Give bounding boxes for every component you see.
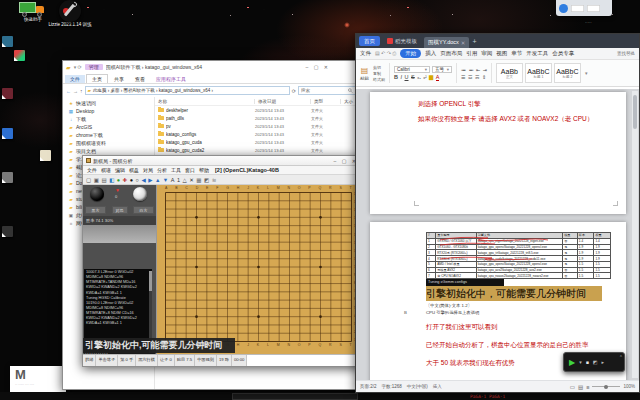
file-row[interactable]: deskhelper2023/1/14 13:43文件夹 bbox=[155, 106, 359, 114]
desktop-icon-truck[interactable]: 快递助手 bbox=[14, 0, 52, 22]
doc-tab-active[interactable]: 围棋YY.docx ✕ bbox=[424, 37, 469, 48]
desktop-shortcut-icon[interactable] bbox=[2, 128, 13, 139]
save-icon[interactable]: ▤ bbox=[101, 177, 106, 183]
file-row[interactable]: path_dlls2023/1/14 13:43文件夹 bbox=[155, 114, 359, 122]
up-icon[interactable]: ▲ bbox=[155, 177, 160, 183]
align-right-icon[interactable]: ☴ bbox=[475, 74, 479, 80]
go-menu-item[interactable]: 文件 bbox=[87, 167, 97, 173]
capture-button[interactable]: ◩ bbox=[593, 359, 598, 365]
scrollbar-thumb[interactable] bbox=[149, 271, 152, 291]
ribbon-tab[interactable]: 文件 bbox=[65, 75, 85, 83]
file-row[interactable]: katago_gpu_cuda2023/1/14 13:43文件夹 bbox=[155, 138, 359, 146]
back-icon[interactable]: ← bbox=[66, 88, 71, 94]
superscript-button[interactable]: x² bbox=[423, 75, 426, 80]
cross-mark-icon[interactable]: ✕ bbox=[189, 177, 194, 183]
go-menu-item[interactable]: 对局 bbox=[143, 167, 153, 173]
goban-grid[interactable] bbox=[165, 192, 352, 342]
gallery-more-icon[interactable]: ▾ bbox=[585, 70, 588, 76]
up-icon[interactable]: ↑ bbox=[80, 88, 83, 94]
file-menu[interactable]: 文件 bbox=[360, 50, 371, 57]
collapse-chevron[interactable]: ˄ bbox=[620, 353, 622, 358]
manage-contextual-tab[interactable]: 管理 bbox=[85, 64, 103, 70]
quick-icons[interactable]: ▤ ↶ ↷ ⎙ bbox=[375, 50, 396, 57]
menu-tab[interactable]: 会员专享 bbox=[552, 50, 574, 57]
strikethrough-button[interactable]: S bbox=[411, 74, 415, 80]
line-spacing-icon[interactable]: ⇕ bbox=[482, 74, 486, 80]
popup-button[interactable] bbox=[587, 5, 600, 12]
label-letter-icon[interactable]: A bbox=[171, 177, 175, 183]
doc-page-1[interactable]: 则选择 OPENCL 引擎 如果你没有独立显卡 请选择 AVX2 或者 NOAV… bbox=[370, 92, 626, 214]
down-icon[interactable]: ▼ bbox=[163, 177, 168, 183]
territory-icon[interactable]: ◩ bbox=[204, 177, 209, 183]
menu-tab[interactable]: 审阅 bbox=[481, 50, 492, 57]
menu-tab-active[interactable]: 开始 bbox=[400, 49, 421, 58]
explorer-nav-item[interactable]: ▰ArcGIS bbox=[63, 123, 154, 131]
board-icon[interactable]: ◧ bbox=[109, 177, 114, 183]
language-indicator[interactable]: 中文(中国) bbox=[407, 384, 428, 389]
explorer-nav-item[interactable]: ▰围棋棋谱资料 bbox=[63, 139, 154, 147]
file-row[interactable]: pv2023/1/14 13:43文件夹 bbox=[155, 122, 359, 130]
view-read-icon[interactable]: ▭ bbox=[570, 384, 575, 390]
style-option[interactable]: AaBb正文 bbox=[496, 63, 523, 83]
italic-button[interactable]: I bbox=[400, 74, 402, 80]
view-web-icon[interactable]: ≡ bbox=[586, 384, 589, 390]
menu-tab[interactable]: 页面布局 bbox=[440, 50, 462, 57]
go-menu-item[interactable]: 窗口 bbox=[185, 167, 195, 173]
align-left-icon[interactable]: ☰ bbox=[461, 74, 465, 80]
font-name-select[interactable]: Calibri▾ bbox=[394, 66, 430, 73]
ribbon-tab[interactable]: 查看 bbox=[130, 75, 150, 83]
menu-tab[interactable]: 引用 bbox=[466, 50, 477, 57]
menu-tab[interactable]: 视图 bbox=[496, 50, 507, 57]
desktop-shortcut-icon[interactable] bbox=[14, 50, 25, 61]
clipboard-small-group[interactable]: 剪切复制格式刷 bbox=[373, 65, 385, 82]
back-icon[interactable]: ◀ bbox=[141, 177, 145, 183]
new-tab-button[interactable]: + bbox=[472, 38, 476, 45]
go-menu-item[interactable]: 工具 bbox=[171, 167, 181, 173]
style-option[interactable]: AaBbC标题 2 bbox=[554, 63, 581, 83]
breadcrumb[interactable]: ▰ 此电脑 › 桌面 › 围棋AI软件下载 › katago_gui_windo… bbox=[85, 86, 290, 95]
desktop-icon-go-ai[interactable]: Lizzie 2023.1.14 训练 bbox=[48, 0, 92, 27]
underline-button[interactable]: U bbox=[405, 74, 409, 80]
bold-button[interactable]: B bbox=[394, 74, 398, 80]
go-menu-item[interactable]: 棋盘 bbox=[129, 167, 139, 173]
analysis-icon[interactable]: ≋ bbox=[212, 177, 217, 183]
desktop-shortcut-icon[interactable] bbox=[2, 172, 13, 183]
menu-tab[interactable]: 插入 bbox=[425, 50, 436, 57]
wps-home-button[interactable]: 首页 bbox=[359, 36, 380, 46]
file-row[interactable]: katago_gpu_cuda22023/1/14 13:43文件夹 bbox=[155, 146, 359, 154]
new-icon[interactable]: ▢ bbox=[86, 177, 91, 183]
explorer-nav-item[interactable]: ↓下载 bbox=[63, 115, 154, 123]
start-icon[interactable]: ● bbox=[117, 177, 120, 183]
desktop-shortcut-icon[interactable] bbox=[2, 226, 13, 237]
ribbon-tab[interactable]: 主页 bbox=[86, 74, 108, 83]
topright-popup[interactable] bbox=[556, 0, 612, 16]
explorer-nav-item[interactable]: ▦Desktop bbox=[63, 107, 154, 115]
go-board[interactable]: ABCDEFGHJKLMNOPQRST ABCDEFGHJKLMNOPQRST … bbox=[156, 185, 363, 354]
next-button[interactable]: ▸ bbox=[601, 359, 604, 365]
menu-tab[interactable]: 章节 bbox=[511, 50, 522, 57]
highlight-button[interactable]: ▆ bbox=[429, 74, 433, 80]
desktop-shortcut-icon[interactable] bbox=[2, 88, 13, 99]
forward-icon[interactable]: → bbox=[73, 88, 78, 94]
subscript-button[interactable]: x₂ bbox=[417, 75, 421, 80]
doc-scrollbar[interactable] bbox=[632, 91, 638, 378]
go-menu-item[interactable]: 棋谱 bbox=[101, 167, 111, 173]
desktop-shortcut-icon[interactable] bbox=[40, 150, 51, 161]
dropdown-caret[interactable]: ▾ bbox=[579, 359, 582, 365]
indent-icon[interactable]: ⇥ bbox=[483, 67, 487, 73]
doc-tab[interactable]: 稻壳模板 bbox=[383, 36, 421, 47]
search-box[interactable] bbox=[298, 86, 356, 95]
scrollbar-thumb[interactable] bbox=[633, 95, 637, 129]
paste-group[interactable]: ▤ 粘贴 bbox=[360, 66, 369, 81]
triangle-mark-icon[interactable]: △ bbox=[183, 177, 187, 183]
go-menu-item[interactable]: 帮助 bbox=[199, 167, 209, 173]
forward-icon[interactable]: ▶ bbox=[148, 177, 152, 183]
font-color-button[interactable]: A bbox=[436, 74, 440, 81]
grid-icon[interactable]: ▦ bbox=[196, 177, 201, 183]
column-headers[interactable]: 名称 修改日期 类型 大小 bbox=[155, 97, 359, 106]
document-canvas[interactable]: 则选择 OPENCL 引擎 如果你没有独立显卡 请选择 AVX2 或者 NOAV… bbox=[356, 89, 639, 380]
zoom-slider[interactable] bbox=[592, 386, 620, 387]
search-input[interactable] bbox=[301, 88, 348, 93]
label-number-icon[interactable]: 1 bbox=[177, 177, 180, 183]
go-menu-item[interactable]: 分析 bbox=[157, 167, 167, 173]
